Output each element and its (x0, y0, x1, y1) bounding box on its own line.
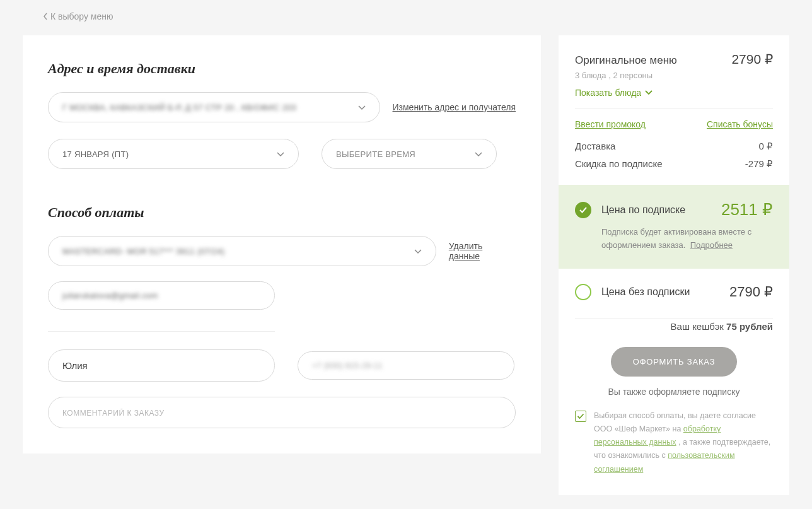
divider (48, 331, 275, 332)
time-placeholder: ВЫБЕРИТЕ ВРЕМЯ (336, 149, 415, 159)
address-select[interactable]: Г МОСКВА, КАВКАЗСКИЙ Б-Р, Д 57 СТР 20 , … (48, 92, 380, 122)
check-icon (577, 412, 584, 420)
back-link-label: К выбору меню (50, 11, 113, 21)
email-field[interactable]: juliarukalova@gmail.com (48, 281, 275, 310)
chevron-down-icon (414, 245, 422, 257)
change-address-link[interactable]: Изменить адрес и получателя (393, 102, 516, 112)
sub-description: Подписка будет активирована вместе с офо… (601, 226, 773, 252)
delivery-section-title: Адрес и время доставки (48, 61, 516, 77)
delivery-label: Доставка (575, 141, 615, 152)
show-dishes-label: Показать блюда (575, 88, 641, 98)
chevron-left-icon (43, 13, 48, 20)
radio-unchecked-icon (575, 284, 591, 300)
chevron-down-icon (645, 90, 652, 95)
phone-input[interactable]: +7 (930) 815-29-11 (298, 351, 514, 380)
payment-section-title: Способ оплаты (48, 204, 516, 221)
divider (575, 318, 773, 319)
delete-card-link[interactable]: Удалить данные (449, 241, 516, 261)
chevron-down-icon (358, 102, 366, 113)
consent-checkbox[interactable] (575, 411, 586, 422)
no-subscription-price-option[interactable]: Цена без подписки 2790 ₽ (559, 269, 789, 315)
consent-text: Выбирая способ оплаты, вы даете согласие… (594, 409, 773, 476)
promo-code-link[interactable]: Ввести промокод (575, 119, 646, 129)
chevron-down-icon (277, 148, 284, 160)
sub-price-value: 2511 ₽ (721, 200, 773, 219)
menu-price: 2790 ₽ (731, 52, 773, 67)
nosub-price-value: 2790 ₽ (729, 284, 773, 300)
phone-value: +7 (930) 815-29-11 (312, 361, 383, 370)
comment-input[interactable] (48, 397, 516, 428)
back-to-menu-link[interactable]: К выбору меню (43, 11, 113, 21)
nosub-price-label: Цена без подписки (601, 286, 719, 298)
delivery-value: 0 ₽ (758, 141, 773, 152)
discount-label: Скидка по подписке (575, 158, 663, 170)
date-value: 17 ЯНВАРЯ (ПТ) (62, 149, 129, 159)
subscription-price-option[interactable]: Цена по подписке 2511 ₽ Подписка будет а… (559, 185, 789, 269)
chevron-down-icon (475, 148, 482, 160)
date-select[interactable]: 17 ЯНВАРЯ (ПТ) (48, 139, 299, 169)
menu-title: Оригинальное меню (575, 54, 677, 67)
address-value: Г МОСКВА, КАВКАЗСКИЙ Б-Р, Д 57 СТР 20 , … (62, 103, 296, 112)
menu-subtitle: 3 блюда , 2 персоны (575, 71, 773, 80)
card-select[interactable]: MASTERCARD- МОЯ 517*** 3911 (07/24) (48, 236, 436, 266)
divider (575, 108, 773, 109)
order-summary-sidebar: Оригинальное меню 2790 ₽ 3 блюда , 2 пер… (559, 35, 789, 495)
time-select[interactable]: ВЫБЕРИТЕ ВРЕМЯ (322, 139, 497, 169)
email-value: juliarukalova@gmail.com (62, 291, 158, 300)
radio-checked-icon (575, 202, 591, 218)
submit-order-button[interactable]: ОФОРМИТЬ ЗАКАЗ (611, 347, 737, 377)
name-input[interactable] (48, 349, 275, 382)
sub-more-link[interactable]: Подробнее (690, 240, 733, 250)
card-value: MASTERCARD- МОЯ 517*** 3911 (07/24) (62, 247, 224, 256)
main-panel: Адрес и время доставки Г МОСКВА, КАВКАЗС… (23, 35, 541, 453)
sub-price-label: Цена по подписке (601, 204, 711, 216)
cashback-text: Ваш кешбэк 75 рублей (559, 321, 789, 347)
discount-value: -279 ₽ (745, 158, 773, 170)
also-subscribe-note: Вы также оформляете подписку (559, 387, 789, 397)
use-bonus-link[interactable]: Списать бонусы (707, 119, 773, 129)
show-dishes-link[interactable]: Показать блюда (575, 88, 652, 98)
